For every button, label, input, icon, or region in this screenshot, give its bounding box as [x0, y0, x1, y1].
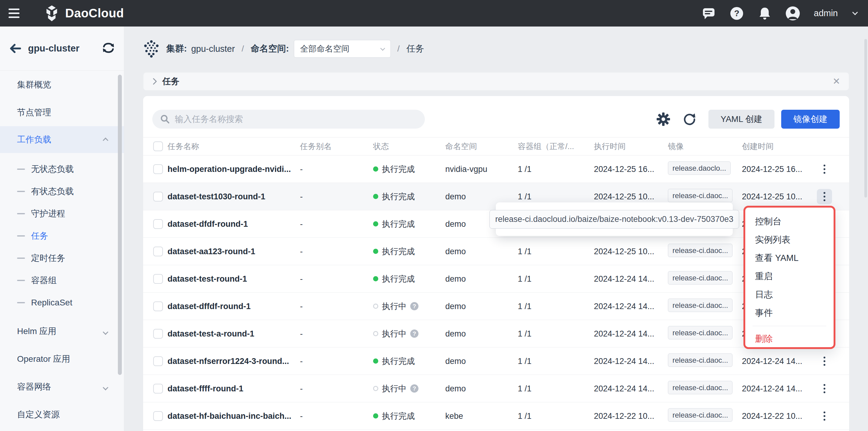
row-actions-kebab-icon[interactable] [817, 381, 832, 396]
task-name[interactable]: dataset-dfdf-round-1 [167, 219, 248, 229]
context-menu-item[interactable]: 事件 [745, 304, 834, 322]
sidebar-item-Helm-应用[interactable]: Helm 应用 [0, 317, 124, 345]
chevron-down-icon[interactable] [852, 9, 858, 15]
image-chip[interactable]: release-ci.daoc... [668, 243, 733, 257]
namespace-value: kebe [445, 411, 463, 421]
sidebar-item-任务[interactable]: 任务 [0, 225, 124, 247]
task-name[interactable]: helm-operation-upgrade-nvidi... [167, 164, 291, 174]
search-box[interactable] [152, 110, 425, 128]
breadcrumb-cluster-value[interactable]: gpu-cluster [191, 44, 235, 54]
row-checkbox[interactable] [153, 356, 163, 366]
sidebar-item-容器网络[interactable]: 容器网络 [0, 373, 124, 401]
hamburger-menu-icon[interactable] [8, 8, 28, 18]
search-input[interactable] [175, 114, 406, 124]
sidebar: gpu-cluster 集群概览节点管理工作负载无状态负载有状态负载守护进程任务… [0, 27, 124, 431]
col-header-pods[interactable]: 容器组（正常/... [518, 141, 574, 152]
pods-value: 1 /1 [518, 247, 531, 256]
task-name[interactable]: dataset-dffdf-round-1 [167, 301, 251, 311]
close-icon[interactable]: ✕ [833, 77, 840, 86]
image-chip[interactable]: release-ci.daoc... [668, 381, 733, 394]
panel-title: 任务 [162, 76, 179, 87]
task-name[interactable]: dataset-test1030-round-1 [167, 192, 265, 201]
context-menu-item[interactable]: 重启 [745, 267, 834, 286]
message-icon[interactable] [702, 6, 716, 21]
image-chip[interactable]: release-ci.daoc... [668, 326, 733, 339]
select-all-checkbox[interactable] [153, 141, 163, 151]
sidebar-item-自定义资源[interactable]: 自定义资源 [0, 401, 124, 428]
context-menu-item[interactable]: 控制台 [745, 212, 834, 231]
task-name[interactable]: dataset-nfserror1224-3-round... [167, 356, 289, 366]
sidebar-item-节点管理[interactable]: 节点管理 [0, 98, 124, 126]
row-checkbox[interactable] [153, 411, 163, 421]
col-header-namespace[interactable]: 命名空间 [445, 141, 477, 152]
col-header-status[interactable]: 状态 [373, 141, 389, 152]
image-chip[interactable]: release-ci.daoc... [668, 189, 733, 202]
col-header-alias[interactable]: 任务别名 [300, 141, 332, 152]
row-checkbox[interactable] [153, 301, 163, 311]
refresh-icon[interactable] [682, 112, 697, 126]
row-actions-kebab-icon[interactable] [817, 353, 832, 369]
yaml-create-button[interactable]: YAML 创建 [708, 110, 775, 128]
back-arrow-icon[interactable] [9, 43, 21, 54]
image-chip[interactable]: release-ci.daoc... [668, 298, 733, 312]
row-checkbox[interactable] [153, 164, 163, 174]
namespace-select[interactable]: 全部命名空间 [294, 40, 391, 58]
task-name[interactable]: dataset-test-a-round-1 [167, 329, 254, 338]
gear-icon[interactable] [656, 112, 671, 126]
dash-icon [17, 302, 25, 303]
row-checkbox[interactable] [153, 219, 163, 229]
row-checkbox[interactable] [153, 247, 163, 256]
sidebar-item-容器组[interactable]: 容器组 [0, 269, 124, 291]
question-mark-icon[interactable]: ? [410, 384, 418, 393]
col-header-name[interactable]: 任务名称 [167, 141, 199, 152]
sidebar-item-守护进程[interactable]: 守护进程 [0, 202, 124, 225]
bell-icon[interactable] [758, 6, 772, 21]
collapse-panel-bar[interactable]: 任务 ✕ [143, 72, 849, 90]
image-chip[interactable]: release.daoclo... [668, 161, 731, 175]
image-chip[interactable]: release-ci.daoc... [668, 271, 733, 284]
created-time-value: 2024-12-25 10... [742, 192, 802, 201]
task-name[interactable]: dataset-aa123-round-1 [167, 247, 255, 256]
sidebar-item-label: 守护进程 [31, 208, 65, 220]
task-name[interactable]: dataset-test-round-1 [167, 274, 247, 284]
brand[interactable]: DaoCloud [43, 5, 124, 22]
image-chip[interactable]: release-ci.daoc... [668, 408, 733, 422]
sidebar-item-工作负载[interactable]: 工作负载 [0, 126, 124, 153]
sidebar-item-Operator-应用[interactable]: Operator 应用 [0, 345, 124, 373]
task-name[interactable]: dataset-ffff-round-1 [167, 384, 243, 393]
page-scrollbar[interactable] [864, 39, 867, 198]
username[interactable]: admin [814, 8, 838, 18]
col-header-exec-time[interactable]: 执行时间 [594, 141, 626, 152]
col-header-image[interactable]: 镜像 [668, 141, 684, 152]
context-menu-item-delete[interactable]: 删除 [745, 330, 834, 348]
row-actions-kebab-icon[interactable] [817, 162, 832, 177]
row-checkbox[interactable] [153, 274, 163, 284]
help-icon[interactable]: ? [730, 6, 744, 21]
question-mark-icon[interactable]: ? [410, 302, 418, 310]
context-menu-item[interactable]: 查看 YAML [745, 249, 834, 267]
sidebar-item-集群概览[interactable]: 集群概览 [0, 71, 124, 98]
cluster-title: gpu-cluster [28, 43, 80, 54]
row-actions-kebab-icon[interactable] [817, 189, 832, 204]
row-actions-kebab-icon[interactable] [817, 408, 832, 424]
sidebar-item-label: 容器组 [31, 275, 57, 286]
row-checkbox[interactable] [153, 192, 163, 201]
sidebar-scrollbar[interactable] [118, 75, 122, 375]
context-menu-item[interactable]: 实例列表 [745, 231, 834, 249]
row-checkbox[interactable] [153, 329, 163, 339]
question-mark-icon[interactable]: ? [410, 329, 418, 338]
image-chip[interactable]: release-ci.daoc... [668, 353, 733, 367]
pods-value: 1 /1 [518, 411, 531, 421]
image-create-button[interactable]: 镜像创建 [781, 110, 840, 128]
col-header-created[interactable]: 创建时间 [742, 141, 774, 152]
sidebar-item-定时任务[interactable]: 定时任务 [0, 247, 124, 269]
task-name[interactable]: dataset-hf-baichuan-inc-baich... [167, 411, 291, 421]
sidebar-item-无状态负载[interactable]: 无状态负载 [0, 158, 124, 180]
pods-value: 1 /1 [518, 164, 531, 174]
context-menu-item[interactable]: 日志 [745, 286, 834, 304]
avatar[interactable] [786, 6, 800, 21]
row-checkbox[interactable] [153, 384, 163, 394]
sidebar-item-ReplicaSet[interactable]: ReplicaSet [0, 291, 124, 314]
cluster-refresh-icon[interactable] [102, 42, 115, 55]
sidebar-item-有状态负载[interactable]: 有状态负载 [0, 180, 124, 202]
